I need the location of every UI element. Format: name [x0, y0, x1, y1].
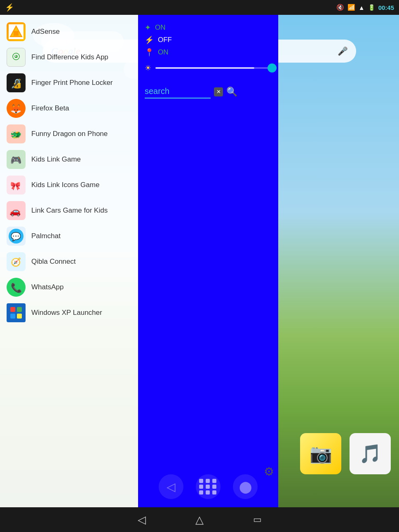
app-item-firefox[interactable]: 🦊Firefox Beta — [0, 96, 138, 121]
app-name-find-diff: Find Difference Kids App — [31, 53, 108, 61]
battery-icon: 🔋 — [368, 4, 375, 11]
blue-panel-home-btn[interactable] — [196, 474, 221, 499]
app-item-find-diff[interactable]: Find Difference Kids App — [0, 45, 138, 70]
svg-text:🚗: 🚗 — [9, 206, 21, 217]
svg-text:🔏: 🔏 — [11, 78, 22, 89]
recents-icon: ⬤ — [239, 480, 252, 494]
brightness-track[interactable] — [155, 67, 272, 69]
bluetooth-icon: ⚡ — [145, 35, 154, 45]
status-right-icons: 🔇 📶 ▲ 🔋 00:45 — [336, 4, 394, 11]
app-item-dragon[interactable]: 🐲Funny Dragon on Phone — [0, 121, 138, 147]
mic-icon[interactable]: 🎤 — [338, 46, 348, 56]
wifi-icon: 📶 — [347, 4, 355, 11]
app-icon-qibla: 🧭 — [7, 252, 26, 271]
back-icon: ◁ — [167, 480, 176, 494]
app-item-link-cars[interactable]: 🚗Link Cars Game for Kids — [0, 198, 138, 223]
app-icon-kids-link-icons: 🎀 — [7, 176, 26, 195]
app-name-adsense: AdSense — [31, 28, 60, 36]
wifi-toggle-icon: ✦ — [145, 23, 151, 32]
svg-text:🦊: 🦊 — [10, 103, 22, 115]
app-name-fingerprint: Finger Print Phone Locker — [31, 79, 113, 87]
status-left-icons: ⚡ — [5, 3, 14, 12]
svg-text:💬: 💬 — [11, 232, 21, 241]
bluetooth-toggle-row[interactable]: ⚡ OFF — [145, 35, 272, 45]
app-icon-firefox: 🦊 — [7, 99, 26, 118]
app-name-firefox: Firefox Beta — [31, 104, 69, 112]
app-name-dragon: Funny Dragon on Phone — [31, 130, 108, 138]
blue-panel-back-btn[interactable]: ◁ — [159, 474, 183, 499]
home-button[interactable]: △ — [195, 513, 204, 526]
app-name-kids-link-icons: Kids Link Icons Game — [31, 181, 99, 189]
app-name-whatsapp: WhatsApp — [31, 283, 63, 291]
app-name-link-cars: Link Cars Game for Kids — [31, 206, 108, 215]
app-icon-whatsapp: 📞 — [7, 278, 26, 297]
app-icon-adsense — [7, 22, 26, 41]
search-clear-button[interactable]: ✕ — [214, 87, 223, 96]
app-item-whatsapp[interactable]: 📞WhatsApp — [0, 274, 138, 300]
blue-panel-search-row: ✕ 🔍 — [145, 85, 272, 98]
blue-panel-search-input[interactable] — [145, 85, 211, 98]
app-icon-kids-link: 🎮 — [7, 150, 26, 169]
recents-button[interactable]: ▭ — [253, 514, 262, 525]
back-button[interactable]: ◁ — [138, 513, 146, 526]
wifi-toggle-row[interactable]: ✦ ON — [145, 23, 272, 32]
wifi-toggle-label: ON — [155, 23, 166, 32]
search-go-button[interactable]: 🔍 — [226, 87, 237, 97]
brightness-thumb[interactable] — [268, 63, 277, 73]
location-icon: 📍 — [145, 48, 154, 57]
signal-icon: ▲ — [359, 4, 365, 11]
app-drawer-panel: AdSenseFind Difference Kids App🔏Finger P… — [0, 15, 138, 507]
location-toggle-label: ON — [158, 48, 169, 56]
svg-rect-27 — [10, 307, 15, 312]
svg-text:🧭: 🧭 — [11, 257, 21, 267]
svg-point-7 — [15, 56, 16, 57]
app-icon-palmchat: 💬 — [7, 227, 26, 246]
brightness-fill — [155, 67, 254, 69]
camera-icon: 📷 — [310, 443, 332, 464]
camera-app-icon[interactable]: 📷 — [300, 433, 341, 474]
svg-rect-30 — [17, 314, 22, 319]
status-bar: ⚡ 🔇 📶 ▲ 🔋 00:45 — [0, 0, 399, 15]
mute-icon: 🔇 — [336, 4, 344, 11]
svg-text:🐲: 🐲 — [10, 129, 22, 140]
app-icon-find-diff — [7, 48, 26, 67]
app-name-palmchat: Palmchat — [31, 232, 61, 240]
app-item-winxp[interactable]: Windows XP Launcher — [0, 300, 138, 326]
svg-rect-28 — [17, 307, 22, 312]
svg-rect-3 — [14, 31, 19, 36]
app-item-fingerprint[interactable]: 🔏Finger Print Phone Locker — [0, 70, 138, 96]
svg-rect-29 — [10, 314, 15, 319]
app-name-winxp: Windows XP Launcher — [31, 309, 102, 317]
app-item-adsense[interactable]: AdSense — [0, 19, 138, 45]
svg-text:🎮: 🎮 — [10, 155, 22, 166]
usb-icon: ⚡ — [5, 3, 14, 12]
app-item-kids-link-icons[interactable]: 🎀Kids Link Icons Game — [0, 172, 138, 198]
blue-settings-panel: ✦ ON ⚡ OFF 📍 ON ☀ ✕ 🔍 ◁ — [138, 15, 278, 507]
app-icon-dragon: 🐲 — [7, 124, 26, 143]
vinyl-icon: 🎵 — [359, 443, 382, 464]
status-time: 00:45 — [378, 4, 394, 11]
gear-icon[interactable]: ⚙ — [264, 465, 274, 478]
desktop-icons-area: 📷 🎵 — [300, 433, 391, 474]
blue-panel-recents-btn[interactable]: ⬤ — [233, 474, 258, 499]
vinyl-app-icon[interactable]: 🎵 — [350, 433, 391, 474]
app-name-kids-link: Kids Link Game — [31, 155, 81, 164]
navigation-bar: ◁ △ ▭ — [0, 507, 399, 532]
app-item-palmchat[interactable]: 💬Palmchat — [0, 223, 138, 249]
app-item-kids-link[interactable]: 🎮Kids Link Game — [0, 147, 138, 172]
grid-icon — [199, 479, 217, 495]
app-icon-winxp — [7, 303, 26, 322]
app-item-qibla[interactable]: 🧭Qibla Connect — [0, 249, 138, 274]
app-name-qibla: Qibla Connect — [31, 258, 76, 266]
svg-text:🎀: 🎀 — [10, 181, 21, 191]
bluetooth-toggle-label: OFF — [158, 36, 172, 44]
desktop-area: 📷 🎵 — [278, 15, 399, 507]
svg-text:📞: 📞 — [11, 282, 22, 293]
location-toggle-row[interactable]: 📍 ON — [145, 48, 272, 57]
brightness-icon: ☀ — [145, 63, 151, 73]
app-icon-fingerprint: 🔏 — [7, 73, 26, 92]
app-icon-link-cars: 🚗 — [7, 201, 26, 220]
brightness-row: ☀ — [145, 63, 272, 73]
blue-panel-bottom-bar: ◁ ⬤ — [138, 466, 278, 507]
